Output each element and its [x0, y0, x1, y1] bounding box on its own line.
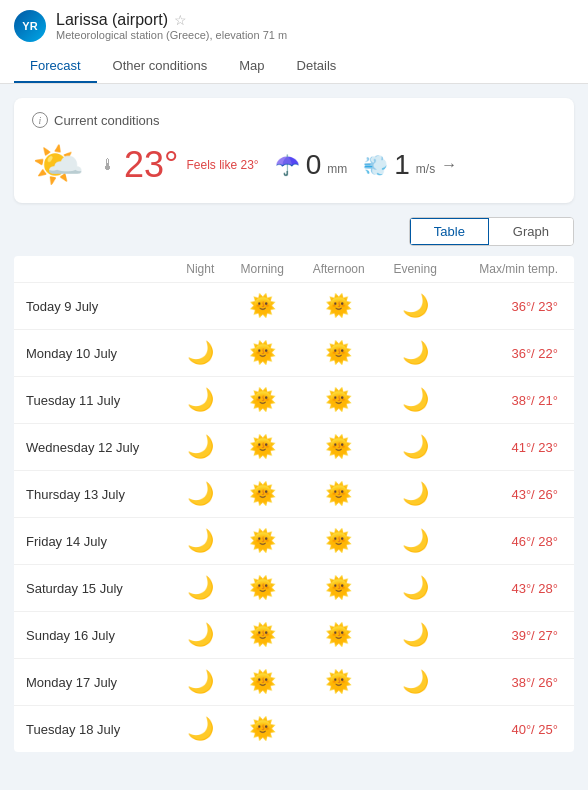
wind-unit: m/s — [416, 162, 435, 176]
sun-icon: 🌞 — [249, 622, 276, 647]
sun-icon: 🌞 — [249, 387, 276, 412]
moon-icon: 🌙 — [187, 528, 214, 553]
evening-cell: 🌙 — [380, 612, 451, 659]
tab-map[interactable]: Map — [223, 50, 280, 83]
moon-icon: 🌙 — [187, 716, 214, 741]
moon-icon: 🌙 — [187, 481, 214, 506]
morning-cell: 🌞 — [227, 424, 298, 471]
sun-icon: 🌞 — [325, 622, 352, 647]
tab-details[interactable]: Details — [281, 50, 353, 83]
morning-cell: 🌞 — [227, 518, 298, 565]
night-cell: 🌙 — [174, 518, 227, 565]
table-row: Tuesday 11 July 🌙 🌞 🌞 🌙 38°/ 21° — [14, 377, 574, 424]
night-cell: 🌙 — [174, 706, 227, 753]
current-conditions-title: i Current conditions — [32, 112, 556, 128]
sun-icon: 🌞 — [249, 716, 276, 741]
temp-cell: 43°/ 26° — [451, 471, 574, 518]
moon-icon: 🌙 — [402, 669, 429, 694]
date-cell: Wednesday 12 July — [14, 424, 174, 471]
sun-icon: 🌞 — [325, 434, 352, 459]
night-cell: 🌙 — [174, 659, 227, 706]
temp-cell: 40°/ 25° — [451, 706, 574, 753]
col-temp: Max/min temp. — [451, 256, 574, 283]
current-conditions-wrapper: i Current conditions 🌤️ 🌡 23° Feels like… — [0, 84, 588, 217]
afternoon-cell: 🌞 — [298, 565, 380, 612]
moon-icon: 🌙 — [402, 434, 429, 459]
current-conditions-data: 🌤️ 🌡 23° Feels like 23° ☂️ 0 mm 💨 1 m/s … — [32, 140, 556, 189]
evening-cell: 🌙 — [380, 377, 451, 424]
afternoon-cell: 🌞 — [298, 471, 380, 518]
date-cell: Monday 10 July — [14, 330, 174, 377]
table-row: Friday 14 July 🌙 🌞 🌞 🌙 46°/ 28° — [14, 518, 574, 565]
wind-icon: 💨 — [363, 153, 388, 177]
temp-cell: 38°/ 21° — [451, 377, 574, 424]
wind-direction-arrow: → — [441, 156, 457, 174]
sun-icon: 🌞 — [325, 387, 352, 412]
sun-icon: 🌞 — [249, 669, 276, 694]
afternoon-cell: 🌞 — [298, 424, 380, 471]
night-cell: 🌙 — [174, 424, 227, 471]
header: YR Larissa (airport) ☆ Meteorological st… — [0, 0, 588, 84]
afternoon-cell: 🌞 — [298, 377, 380, 424]
current-temperature: 23° — [124, 144, 178, 186]
date-cell: Saturday 15 July — [14, 565, 174, 612]
morning-cell: 🌞 — [227, 706, 298, 753]
night-cell: 🌙 — [174, 612, 227, 659]
moon-icon: 🌙 — [187, 387, 214, 412]
tab-other-conditions[interactable]: Other conditions — [97, 50, 224, 83]
temp-cell: 39°/ 27° — [451, 612, 574, 659]
col-morning: Morning — [227, 256, 298, 283]
current-conditions-card: i Current conditions 🌤️ 🌡 23° Feels like… — [14, 98, 574, 203]
morning-cell: 🌞 — [227, 612, 298, 659]
sun-icon: 🌞 — [249, 575, 276, 600]
rain-value: 0 — [306, 149, 322, 181]
temp-cell: 43°/ 28° — [451, 565, 574, 612]
night-cell — [174, 283, 227, 330]
graph-toggle-button[interactable]: Graph — [489, 218, 573, 245]
rain-unit: mm — [327, 162, 347, 176]
sun-icon: 🌞 — [249, 340, 276, 365]
thermometer-icon: 🌡 — [100, 156, 116, 174]
moon-icon: 🌙 — [402, 340, 429, 365]
morning-cell: 🌞 — [227, 330, 298, 377]
station-meta: Meteorological station (Greece), elevati… — [56, 29, 287, 41]
morning-cell: 🌞 — [227, 283, 298, 330]
moon-icon: 🌙 — [402, 622, 429, 647]
table-row: Today 9 July 🌞 🌞 🌙 36°/ 23° — [14, 283, 574, 330]
table-toggle-button[interactable]: Table — [410, 218, 489, 245]
station-name: Larissa (airport) ☆ — [56, 11, 287, 29]
sun-icon: 🌞 — [325, 293, 352, 318]
view-toggle-group: Table Graph — [409, 217, 574, 246]
date-cell: Sunday 16 July — [14, 612, 174, 659]
tab-forecast[interactable]: Forecast — [14, 50, 97, 83]
date-cell: Thursday 13 July — [14, 471, 174, 518]
date-cell: Monday 17 July — [14, 659, 174, 706]
wind-group: 💨 1 m/s → — [363, 149, 457, 181]
col-afternoon: Afternoon — [298, 256, 380, 283]
afternoon-cell: 🌞 — [298, 518, 380, 565]
current-weather-sun-icon: 🌤️ — [32, 140, 84, 189]
evening-cell — [380, 706, 451, 753]
temp-cell: 46°/ 28° — [451, 518, 574, 565]
sun-icon: 🌞 — [325, 575, 352, 600]
sun-icon: 🌞 — [249, 528, 276, 553]
table-graph-toggle: Table Graph — [14, 217, 574, 246]
sun-icon: 🌞 — [249, 434, 276, 459]
table-row: Monday 10 July 🌙 🌞 🌞 🌙 36°/ 22° — [14, 330, 574, 377]
night-cell: 🌙 — [174, 471, 227, 518]
forecast-section: Table Graph Night Morning Afternoon Even… — [0, 217, 588, 766]
moon-icon: 🌙 — [402, 481, 429, 506]
sun-icon: 🌞 — [249, 481, 276, 506]
favorite-star-icon[interactable]: ☆ — [174, 12, 187, 28]
sun-icon: 🌞 — [325, 528, 352, 553]
sun-icon: 🌞 — [325, 340, 352, 365]
afternoon-cell — [298, 706, 380, 753]
moon-icon: 🌙 — [402, 575, 429, 600]
temperature-group: 🌡 23° Feels like 23° — [100, 144, 259, 186]
morning-cell: 🌞 — [227, 659, 298, 706]
afternoon-cell: 🌞 — [298, 283, 380, 330]
table-row: Sunday 16 July 🌙 🌞 🌞 🌙 39°/ 27° — [14, 612, 574, 659]
moon-icon: 🌙 — [187, 434, 214, 459]
table-row: Thursday 13 July 🌙 🌞 🌞 🌙 43°/ 26° — [14, 471, 574, 518]
table-row: Monday 17 July 🌙 🌞 🌞 🌙 38°/ 26° — [14, 659, 574, 706]
